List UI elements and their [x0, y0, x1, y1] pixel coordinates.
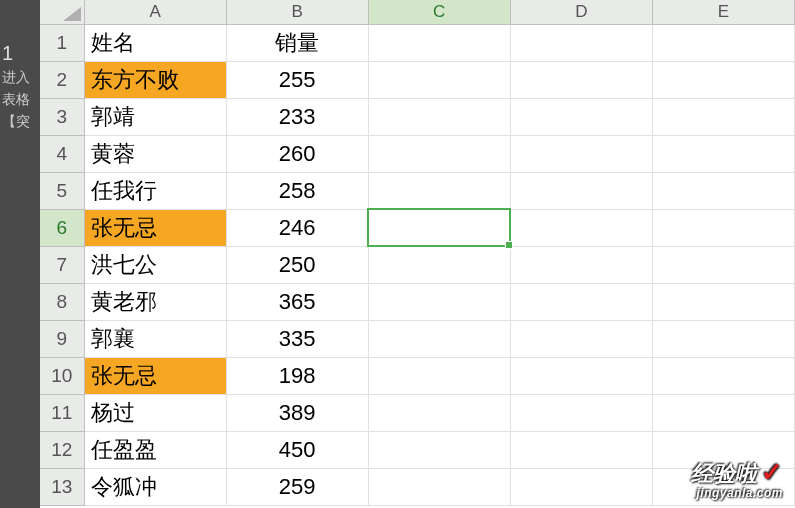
cell-B5[interactable]: 258 — [226, 172, 368, 209]
cell-C3[interactable] — [368, 98, 510, 135]
cell-E12[interactable] — [652, 431, 794, 468]
cell-A8[interactable]: 黄老邪 — [84, 283, 226, 320]
cell-D10[interactable] — [510, 357, 652, 394]
cell-A2[interactable]: 东方不败 — [84, 61, 226, 98]
cell-A6[interactable]: 张无忌 — [84, 209, 226, 246]
cell-B7[interactable]: 250 — [226, 246, 368, 283]
row-header[interactable]: 2 — [40, 61, 84, 98]
spreadsheet[interactable]: ABCDE 1姓名销量2东方不败2553郭靖2334黄蓉2605任我行2586张… — [40, 0, 795, 508]
table-row: 1姓名销量 — [40, 24, 795, 61]
cell-C13[interactable] — [368, 468, 510, 505]
cell-B11[interactable]: 389 — [226, 394, 368, 431]
cell-D8[interactable] — [510, 283, 652, 320]
cell-B13[interactable]: 259 — [226, 468, 368, 505]
cell-D1[interactable] — [510, 24, 652, 61]
cell-E3[interactable] — [652, 98, 794, 135]
row-header[interactable]: 11 — [40, 394, 84, 431]
cell-E4[interactable] — [652, 135, 794, 172]
grid: ABCDE 1姓名销量2东方不败2553郭靖2334黄蓉2605任我行2586张… — [40, 0, 795, 506]
cell-A5[interactable]: 任我行 — [84, 172, 226, 209]
cell-B2[interactable]: 255 — [226, 61, 368, 98]
cell-E9[interactable] — [652, 320, 794, 357]
row-header[interactable]: 3 — [40, 98, 84, 135]
table-row: 10张无忌198 — [40, 357, 795, 394]
cell-A4[interactable]: 黄蓉 — [84, 135, 226, 172]
cell-C11[interactable] — [368, 394, 510, 431]
cell-A7[interactable]: 洪七公 — [84, 246, 226, 283]
cell-A1[interactable]: 姓名 — [84, 24, 226, 61]
cell-E11[interactable] — [652, 394, 794, 431]
cell-A11[interactable]: 杨过 — [84, 394, 226, 431]
row-header[interactable]: 1 — [40, 24, 84, 61]
table-row: 7洪七公250 — [40, 246, 795, 283]
select-all-corner[interactable] — [40, 0, 84, 24]
cell-C12[interactable] — [368, 431, 510, 468]
cell-D13[interactable] — [510, 468, 652, 505]
cell-C7[interactable] — [368, 246, 510, 283]
cell-E6[interactable] — [652, 209, 794, 246]
column-header-A[interactable]: A — [84, 0, 226, 24]
cell-D2[interactable] — [510, 61, 652, 98]
table-row: 8黄老邪365 — [40, 283, 795, 320]
cell-C1[interactable] — [368, 24, 510, 61]
cell-C10[interactable] — [368, 357, 510, 394]
cell-A13[interactable]: 令狐冲 — [84, 468, 226, 505]
column-header-D[interactable]: D — [510, 0, 652, 24]
cell-C4[interactable] — [368, 135, 510, 172]
cell-A12[interactable]: 任盈盈 — [84, 431, 226, 468]
cell-B4[interactable]: 260 — [226, 135, 368, 172]
cell-E13[interactable] — [652, 468, 794, 505]
cell-D6[interactable] — [510, 209, 652, 246]
cell-B8[interactable]: 365 — [226, 283, 368, 320]
cell-B3[interactable]: 233 — [226, 98, 368, 135]
row-header[interactable]: 13 — [40, 468, 84, 505]
cell-E5[interactable] — [652, 172, 794, 209]
cell-D3[interactable] — [510, 98, 652, 135]
cell-D7[interactable] — [510, 246, 652, 283]
cell-C6[interactable] — [368, 209, 510, 246]
cell-D4[interactable] — [510, 135, 652, 172]
cell-B1[interactable]: 销量 — [226, 24, 368, 61]
cell-E8[interactable] — [652, 283, 794, 320]
cell-A10[interactable]: 张无忌 — [84, 357, 226, 394]
cell-E10[interactable] — [652, 357, 794, 394]
column-header-B[interactable]: B — [226, 0, 368, 24]
table-row: 12任盈盈450 — [40, 431, 795, 468]
app-sidebar: 1 进入 表格 【突 — [0, 0, 40, 508]
cell-D12[interactable] — [510, 431, 652, 468]
sidebar-number: 1 — [0, 40, 40, 67]
cell-D11[interactable] — [510, 394, 652, 431]
table-row: 5任我行258 — [40, 172, 795, 209]
cell-B9[interactable]: 335 — [226, 320, 368, 357]
cell-E1[interactable] — [652, 24, 794, 61]
row-header[interactable]: 12 — [40, 431, 84, 468]
cell-C5[interactable] — [368, 172, 510, 209]
table-row: 13令狐冲259 — [40, 468, 795, 505]
table-row: 9郭襄335 — [40, 320, 795, 357]
row-header[interactable]: 4 — [40, 135, 84, 172]
cell-B10[interactable]: 198 — [226, 357, 368, 394]
cell-C9[interactable] — [368, 320, 510, 357]
column-header-C[interactable]: C — [368, 0, 510, 24]
row-header[interactable]: 5 — [40, 172, 84, 209]
cell-E2[interactable] — [652, 61, 794, 98]
sidebar-text: 表格 — [0, 89, 40, 111]
cell-A3[interactable]: 郭靖 — [84, 98, 226, 135]
cell-B6[interactable]: 246 — [226, 209, 368, 246]
cell-B12[interactable]: 450 — [226, 431, 368, 468]
sidebar-text: 【突 — [0, 111, 40, 133]
row-header[interactable]: 7 — [40, 246, 84, 283]
column-header-E[interactable]: E — [652, 0, 794, 24]
table-row: 11杨过389 — [40, 394, 795, 431]
table-row: 4黄蓉260 — [40, 135, 795, 172]
row-header[interactable]: 6 — [40, 209, 84, 246]
cell-D9[interactable] — [510, 320, 652, 357]
cell-A9[interactable]: 郭襄 — [84, 320, 226, 357]
cell-C8[interactable] — [368, 283, 510, 320]
row-header[interactable]: 10 — [40, 357, 84, 394]
row-header[interactable]: 8 — [40, 283, 84, 320]
cell-D5[interactable] — [510, 172, 652, 209]
cell-C2[interactable] — [368, 61, 510, 98]
row-header[interactable]: 9 — [40, 320, 84, 357]
cell-E7[interactable] — [652, 246, 794, 283]
